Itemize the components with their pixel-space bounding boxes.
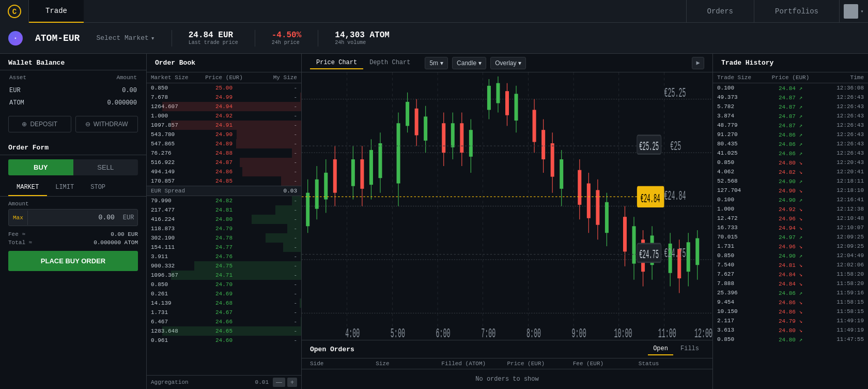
play-button[interactable]: ▶ — [692, 57, 704, 69]
svg-rect-52 — [505, 91, 509, 115]
aggregation-value: 0.01 — [255, 379, 269, 385]
interval-button[interactable]: 5m ▾ — [425, 57, 448, 69]
ask-row[interactable]: 170.857 24.85 - — [147, 176, 301, 186]
price-label-2484: €24.84 — [664, 188, 686, 204]
chevron-down-icon: ▾ — [860, 8, 863, 14]
ob-col-price: Price (EUR) — [199, 74, 248, 81]
price-label-top: €25.25 — [664, 85, 686, 101]
trade-history-row: 5.782 24.87 ↗ 12:26:43 — [713, 102, 868, 111]
minus-icon: ⊖ — [85, 121, 90, 128]
svg-rect-46 — [469, 130, 473, 157]
bid-row[interactable]: 154.111 24.77 - — [147, 243, 301, 252]
svg-rect-40 — [442, 123, 445, 153]
svg-rect-42 — [451, 123, 455, 147]
bid-row[interactable]: 79.990 24.82 - — [147, 196, 301, 205]
bid-row[interactable]: 3.911 24.76 - — [147, 252, 301, 261]
svg-rect-32 — [397, 123, 400, 183]
nav-orders-link[interactable]: Orders — [686, 0, 754, 23]
buy-tab[interactable]: BUY — [8, 159, 73, 175]
fee-value: 0.00 EUR — [111, 231, 138, 237]
total-row: Total ≈ 0.000000 ATOM — [0, 238, 146, 247]
amount-input[interactable] — [28, 210, 119, 226]
ask-row[interactable]: 7.678 24.99 - — [147, 93, 301, 102]
market-pair: ATOM-EUR — [35, 33, 80, 43]
svg-rect-54 — [515, 94, 518, 121]
fills-tab[interactable]: Fills — [675, 343, 704, 355]
ask-row[interactable]: 1.000 24.92 - — [147, 111, 301, 121]
limit-order-tab[interactable]: LIMIT — [47, 179, 82, 196]
agg-decrease-button[interactable]: — — [273, 378, 285, 387]
bid-row[interactable]: 1283.648 24.65 - — [147, 326, 301, 336]
chart-area: Price Chart Depth Chart 5m ▾ Candle ▾ Ov… — [302, 54, 713, 389]
sell-tab[interactable]: SELL — [73, 159, 138, 175]
trade-history-row: 49.373 24.87 ↗ 12:26:43 — [713, 93, 868, 102]
ask-row[interactable]: 543.780 24.90 - — [147, 130, 301, 139]
bid-row[interactable]: 0.261 24.69 - — [147, 289, 301, 298]
trade-history-row: 10.150 24.86 ↘ 11:58:15 — [713, 307, 868, 316]
oo-col-fee: Fee (EUR) — [573, 361, 639, 367]
deposit-button[interactable]: ⊕ DEPOSIT — [8, 116, 71, 132]
trade-history-row: 80.435 24.86 ↗ 12:26:43 — [713, 139, 868, 148]
overlay-button[interactable]: Overlay ▾ — [490, 57, 526, 69]
select-market-button[interactable]: Select Market ▾ — [96, 34, 154, 42]
interval-label: 5m — [429, 59, 438, 67]
trade-history-row: 12.472 24.96 ↘ 12:10:48 — [713, 214, 868, 223]
market-header-divider2 — [255, 30, 255, 47]
ask-row[interactable]: 1097.857 24.91 - — [147, 121, 301, 130]
svg-rect-44 — [460, 123, 463, 153]
bid-row[interactable]: 1.731 24.67 - — [147, 308, 301, 317]
oo-col-side: Side — [310, 361, 376, 367]
open-tab[interactable]: Open — [648, 343, 673, 355]
nav-portfolios-link[interactable]: Portfolios — [754, 0, 839, 23]
svg-rect-66 — [587, 184, 591, 218]
bid-row[interactable]: 900.332 24.75 - — [147, 261, 301, 271]
price-chart-svg: €25.25 €25 €24.84 €24.75 €24.84 €25.25 €… — [302, 72, 712, 340]
ask-row[interactable]: 547.865 24.89 - — [147, 139, 301, 148]
th-col-size: Trade Size — [717, 74, 766, 81]
svg-rect-28 — [369, 150, 373, 185]
candle-button[interactable]: Candle ▾ — [452, 57, 486, 69]
ask-row[interactable]: 0.850 25.00 - — [147, 83, 301, 93]
ask-row[interactable]: 494.149 24.86 - — [147, 167, 301, 176]
bid-row[interactable]: 6.467 24.66 - — [147, 317, 301, 326]
stop-order-tab[interactable]: STOP — [82, 179, 114, 196]
volume-24h-value: 14,303 ATOM — [335, 31, 390, 40]
bid-row[interactable]: 302.190 24.78 - — [147, 233, 301, 243]
time-10: 10:00 — [614, 326, 632, 340]
currency-label: EUR — [119, 210, 138, 226]
trade-history-row: 7.627 24.84 ↘ 11:58:20 — [713, 270, 868, 279]
trade-history-row: 7.888 24.84 ↘ 11:58:20 — [713, 279, 868, 288]
bid-row[interactable]: 118.873 24.79 - — [147, 224, 301, 233]
price-chart-tab[interactable]: Price Chart — [310, 57, 363, 69]
bid-row[interactable]: 0.961 24.60 - — [147, 336, 301, 345]
agg-increase-button[interactable]: + — [287, 378, 297, 387]
bid-row[interactable]: 217.477 24.81 - — [147, 205, 301, 215]
trade-history-cols: Trade Size Price (EUR) Time — [713, 72, 868, 83]
trade-history-row: 127.704 24.90 ↘ 12:18:10 — [713, 186, 868, 195]
svg-rect-18 — [315, 179, 319, 209]
trade-history-row: 4.062 24.82 ↘ 12:20:41 — [713, 167, 868, 176]
withdraw-button[interactable]: ⊖ WITHDRAW — [75, 116, 138, 132]
nav-trade-tab[interactable]: Trade — [29, 0, 84, 23]
change-24h-label: 24h price — [272, 40, 302, 46]
trade-history-row: 52.568 24.90 ↗ 12:18:11 — [713, 176, 868, 186]
max-link[interactable]: Max — [9, 211, 28, 225]
market-order-tab[interactable]: MARKET — [8, 179, 47, 196]
place-buy-order-button[interactable]: PLACE BUY ORDER — [8, 251, 138, 271]
nav-avatar[interactable]: ▾ — [839, 0, 868, 23]
depth-chart-tab[interactable]: Depth Chart — [363, 57, 416, 69]
trade-history-row: 91.270 24.86 ↗ 12:26:43 — [713, 130, 868, 139]
change-24h-value: -4.50% — [272, 31, 302, 40]
ask-row[interactable]: 1264.607 24.94 - — [147, 102, 301, 111]
price-chart-canvas: €25.25 €25 €24.84 €24.75 €24.84 €25.25 €… — [302, 72, 712, 340]
time-9: 9:00 — [572, 326, 586, 340]
ask-row[interactable]: 516.922 24.87 - — [147, 158, 301, 167]
ob-col-market-size: Market Size — [151, 74, 199, 81]
ask-row[interactable]: 76.276 24.88 - — [147, 148, 301, 158]
logo[interactable]: C — [0, 0, 29, 23]
bid-row[interactable]: 14.139 24.68 - — [147, 298, 301, 308]
bid-row[interactable]: 1096.367 24.71 - — [147, 271, 301, 280]
bid-row[interactable]: 0.850 24.70 - — [147, 280, 301, 289]
trade-history-row: 7.540 24.81 ↘ 12:02:06 — [713, 260, 868, 270]
bid-row[interactable]: 416.224 24.80 - — [147, 215, 301, 224]
